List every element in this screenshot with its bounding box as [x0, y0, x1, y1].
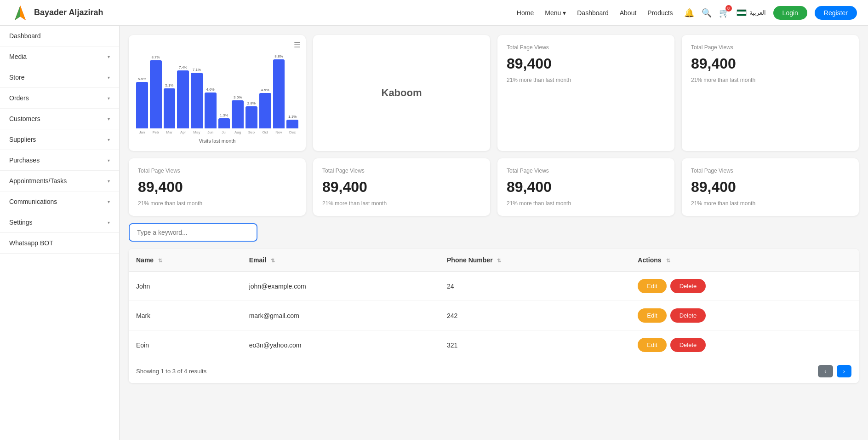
search-icon[interactable]: 🔍 [702, 8, 712, 18]
col-phone[interactable]: Phone Number ⇅ [440, 249, 630, 272]
cell-actions: EditDelete [630, 330, 859, 360]
delete-button[interactable]: Delete [670, 338, 706, 352]
sidebar-item-orders[interactable]: Orders ▾ [0, 88, 119, 109]
stat-sub: 21% more than last month [138, 200, 297, 207]
col-email[interactable]: Email ⇅ [242, 249, 440, 272]
bar-col: 7.1%May [191, 68, 203, 134]
bar-pct-label: 7.4% [179, 65, 187, 69]
nav-menu[interactable]: Menu ▾ [545, 9, 566, 17]
bar [259, 93, 271, 128]
login-button[interactable]: Login [773, 6, 807, 20]
delete-button[interactable]: Delete [670, 308, 706, 323]
cell-phone: 321 [440, 330, 630, 360]
sidebar-item-dashboard[interactable]: Dashboard [0, 26, 119, 46]
col-actions[interactable]: Actions ⇅ [630, 249, 859, 272]
bar-month-label: Feb [153, 130, 159, 134]
sidebar-item-store[interactable]: Store ▾ [0, 67, 119, 88]
bar-pct-label: 8.8% [274, 54, 283, 58]
kaboom-text: Kaboom [382, 87, 422, 99]
sidebar-item-media[interactable]: Media ▾ [0, 46, 119, 67]
table-footer-text: Showing 1 to 3 of 4 results [136, 368, 206, 375]
cart-icon[interactable]: 🛒 8 [719, 8, 729, 18]
main-content: ☰ 5.9%Jan8.7%Feb5.1%Mar7.4%Apr7.1%May4.6… [120, 26, 868, 440]
table-row: Johnjohn@example.com24EditDelete [129, 272, 859, 301]
sidebar-item-communications[interactable]: Communications ▾ [0, 191, 119, 212]
edit-button[interactable]: Edit [638, 279, 666, 293]
bar [218, 118, 230, 128]
sidebar-item-settings[interactable]: Settings ▾ [0, 212, 119, 233]
table-header-row: Name ⇅ Email ⇅ Phone Number ⇅ Actions [129, 249, 859, 272]
sidebar-item-customers[interactable]: Customers ▾ [0, 109, 119, 129]
kaboom-card: Kaboom [313, 35, 490, 151]
edit-button[interactable]: Edit [638, 308, 666, 323]
stat-value: 89,400 [691, 179, 850, 196]
bar-pct-label: 5.1% [165, 83, 173, 87]
bar-col: 4.5%Oct [259, 88, 271, 134]
nav-dashboard[interactable]: Dashboard [577, 9, 609, 17]
register-button[interactable]: Register [815, 6, 857, 20]
cart-badge: 8 [725, 5, 732, 12]
bar-month-label: Nov [275, 130, 282, 134]
bar [191, 73, 203, 128]
stat-label: Total Page Views [691, 168, 850, 174]
cell-name: Eoin [129, 330, 242, 360]
stat-card-top-1: Total Page Views 89,400 21% more than la… [497, 35, 674, 151]
sidebar-item-purchases[interactable]: Purchases ▾ [0, 150, 119, 171]
stat-value: 89,400 [322, 179, 481, 196]
col-name[interactable]: Name ⇅ [129, 249, 242, 272]
bar [177, 70, 189, 128]
cell-actions: EditDelete [630, 272, 859, 301]
chevron-icon: ▾ [108, 220, 110, 225]
stat-sub: 21% more than last month [507, 200, 665, 207]
chevron-icon: ▾ [108, 179, 110, 184]
chart-menu-icon[interactable]: ☰ [294, 41, 300, 49]
language-button[interactable]: العربية [737, 9, 766, 16]
sidebar-item-appointments[interactable]: Appointments/Tasks ▾ [0, 171, 119, 191]
chevron-icon: ▾ [108, 116, 110, 122]
brand: Bayader Aljazirah [11, 4, 131, 22]
sidebar: Dashboard Media ▾ Store ▾ Orders ▾ Custo… [0, 26, 120, 440]
brand-name: Bayader Aljazirah [34, 8, 103, 17]
sidebar-item-suppliers[interactable]: Suppliers ▾ [0, 129, 119, 150]
nav-home[interactable]: Home [517, 9, 534, 17]
table-body: Johnjohn@example.com24EditDeleteMarkmark… [129, 272, 859, 360]
notification-icon[interactable]: 🔔 [684, 8, 694, 18]
search-box [129, 223, 859, 242]
bar [164, 88, 176, 128]
nav-products[interactable]: Products [647, 9, 673, 17]
chevron-icon: ▾ [108, 137, 110, 142]
top-row: ☰ 5.9%Jan8.7%Feb5.1%Mar7.4%Apr7.1%May4.6… [129, 35, 859, 151]
search-input[interactable] [129, 223, 257, 242]
edit-button[interactable]: Edit [638, 338, 666, 352]
bar-col: 3.6%Aug [232, 95, 244, 134]
nav-icons: 🔔 🔍 🛒 8 العربية Login Register [684, 6, 857, 20]
next-page-button[interactable]: › [837, 365, 851, 377]
bar [136, 82, 148, 128]
bar-pct-label: 5.9% [138, 77, 146, 81]
bar-month-label: Jan [139, 130, 145, 134]
bar [232, 100, 244, 128]
bar-col: 1.1%Dec [286, 115, 298, 134]
bar-col: 5.1%Mar [164, 83, 176, 134]
nav-about[interactable]: About [620, 9, 637, 17]
stat-sub: 21% more than last month [507, 77, 665, 83]
prev-page-button[interactable]: ‹ [818, 365, 833, 377]
bar-col: 8.8%Nov [273, 54, 285, 134]
bar-pct-label: 8.7% [152, 55, 160, 59]
sidebar-item-whatsapp-bot[interactable]: Whatsapp BOT [0, 233, 119, 254]
bar [273, 59, 285, 128]
bar-pct-label: 7.1% [193, 68, 201, 72]
delete-button[interactable]: Delete [670, 279, 706, 293]
sort-icon: ⇅ [497, 258, 501, 264]
bar-col: 7.4%Apr [177, 65, 189, 134]
bar-pct-label: 2.8% [247, 101, 256, 105]
bar [205, 93, 217, 128]
svg-marker-2 [20, 6, 26, 20]
chevron-icon: ▾ [108, 158, 110, 163]
svg-marker-1 [15, 6, 20, 20]
bar-month-label: Jul [222, 130, 226, 134]
cell-phone: 24 [440, 272, 630, 301]
table-row: Markmark@gmail.com242EditDelete [129, 301, 859, 330]
stats-row: Total Page Views 89,400 21% more than la… [129, 158, 859, 216]
cell-phone: 242 [440, 301, 630, 330]
